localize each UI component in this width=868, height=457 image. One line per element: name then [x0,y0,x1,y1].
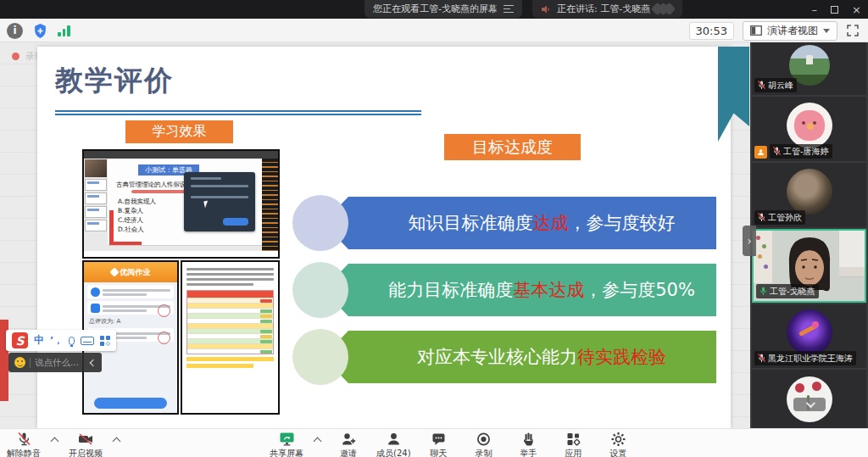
fullscreen-icon[interactable] [846,24,860,37]
invite-icon [341,432,357,447]
participant-tile[interactable]: 黑龙江职业学院王海涛 [752,304,866,368]
share-screen-icon [279,432,295,447]
members-icon [386,432,402,447]
banner-knowledge-goal: 知识目标准确度达成，参与度较好 [292,197,716,249]
titlebar: 您正在观看工管-戈晓燕的屏幕 正在讲话: 工管-戈晓燕 – × [0,0,868,19]
emoji-icon[interactable] [14,357,25,368]
homework-app-logo-icon [109,267,119,276]
chat-input[interactable]: 说点什么... [35,357,79,369]
recording-dot-icon [12,53,19,60]
scroll-down-participants-button[interactable] [793,398,826,411]
share-options-chevron[interactable] [314,437,322,446]
presentation-slide: 教学评价 学习效果 目标达成度 小测试：单选题 古典管理理论的人性假设是（ ） … [37,47,731,428]
invite-button[interactable]: 邀请 [331,432,365,457]
meeting-timer: 30:53 [689,22,734,40]
unmute-options-chevron[interactable] [51,437,59,446]
banner-circle [292,195,348,251]
share-screen-button[interactable]: 共享屏幕 [270,432,303,457]
camera-off-icon [77,432,94,447]
statusbar: i 30:53 演讲者视图 [0,19,868,42]
quiz-webcam-thumb [85,159,107,177]
avatar [787,309,832,355]
homework-card [87,285,174,298]
grade-stamp-icon [158,332,170,344]
ime-voice-icon[interactable] [69,337,75,345]
ime-tools-icon[interactable] [100,336,110,346]
slide-teal-ribbon [718,47,749,142]
apps-icon [565,432,581,447]
quiz-chat-panel [262,159,278,251]
quiz-statusbar [108,245,262,251]
homework-app-header: 优阅作业 [84,262,177,282]
sogou-logo-icon[interactable]: S [12,332,28,348]
participant-tile[interactable]: 工管孙欣 [752,163,866,227]
banner-text: 知识目标准确度 [409,211,533,235]
avatar [787,103,832,148]
collapse-chat-icon[interactable] [90,359,97,365]
ime-punctuation-icon[interactable]: ’， [50,334,63,347]
security-shield-icon[interactable] [32,23,48,39]
participant-tile[interactable]: 胡云峰 [752,42,866,95]
participants-sidebar: 胡云峰 工管-唐海婷 [750,42,868,428]
close-button[interactable]: × [852,3,861,16]
record-button[interactable]: 录制 [467,432,501,457]
quiz-thumbnail-panel [84,159,108,251]
quiz-slide-area: 小测试：单选题 古典管理理论的人性假设是（ ） A.自我实现人 B.复杂人 C.… [108,159,262,251]
members-button[interactable]: 成员(24) [376,432,411,457]
quick-chat-bar[interactable]: 说点什么... [8,353,102,372]
quiz-options: A.自我实现人 B.复杂人 C.经济人 D.社会人 [118,197,156,234]
ime-chinese-mode-icon[interactable]: 中 [34,333,44,348]
raise-hand-button[interactable]: 举手 [512,432,546,457]
grade-stamp-icon [158,304,170,317]
quiz-screenshot: 小测试：单选题 古典管理理论的人性假设是（ ） A.自我实现人 B.复杂人 C.… [82,149,280,259]
participant-name: 工管-戈晓燕 [770,286,815,298]
banner-circle [292,262,348,318]
apps-button[interactable]: 应用 [557,432,591,457]
participant-name: 工管-唐海婷 [783,146,829,158]
homework-card [87,301,174,315]
meeting-info-icon[interactable]: i [7,23,23,39]
mic-muted-icon [773,147,781,156]
gear-icon [610,432,626,447]
screen-options-menu-icon[interactable] [504,5,514,13]
chat-bubble-icon [431,432,447,447]
cursor-icon [203,201,209,209]
homework-grade-note: 总评设为: A [89,317,172,326]
title-underline [55,110,421,115]
divider [30,358,31,368]
settings-button[interactable]: 设置 [602,432,636,457]
view-mode-label: 演讲者视图 [767,24,818,38]
video-options-chevron[interactable] [113,437,121,446]
chat-button[interactable]: 聊天 [422,432,456,457]
rubric-doc-screenshot [181,260,280,415]
raise-hand-icon [520,432,537,447]
meeting-window: 您正在观看工管-戈晓燕的屏幕 正在讲话: 工管-戈晓燕 – × i [0,0,868,457]
record-icon [476,432,492,447]
minimize-button[interactable]: – [812,3,818,16]
start-video-button[interactable]: 开启视频 [69,432,103,457]
quiz-red-bracket [109,210,114,246]
footer-toolbar: 解除静音 开启视频 [0,428,868,457]
participant-tile[interactable]: 工管-唐海婷 [752,97,866,161]
participant-name: 工管孙欣 [768,212,802,224]
quiz-popup-dialog [184,172,255,231]
mic-muted-icon [758,81,765,90]
maximize-button[interactable] [831,6,838,14]
participant-tile[interactable] [752,370,866,428]
ime-keyboard-icon[interactable] [81,337,94,345]
rubric-footnote [186,357,274,361]
speaking-banner: 正在讲话: 工管-戈晓燕 [532,0,682,18]
host-badge-icon [754,146,767,159]
network-signal-icon[interactable] [58,25,70,36]
view-mode-selector[interactable]: 演讲者视图 [743,21,837,41]
avatar [787,169,832,215]
ime-toolbar: S 中 ’， [6,330,116,351]
participant-tile-active-speaker[interactable]: 工管-戈晓燕 [752,229,866,303]
mic-active-icon [760,287,767,296]
watching-screen-label: 您正在观看工管-戈晓燕的屏幕 [373,3,498,15]
chevron-down-icon [823,29,830,33]
banner-circle [292,329,348,385]
unmute-button[interactable]: 解除静音 [7,432,41,457]
sidebar-collapse-handle[interactable]: › [743,226,756,256]
mic-muted-icon [758,354,765,363]
